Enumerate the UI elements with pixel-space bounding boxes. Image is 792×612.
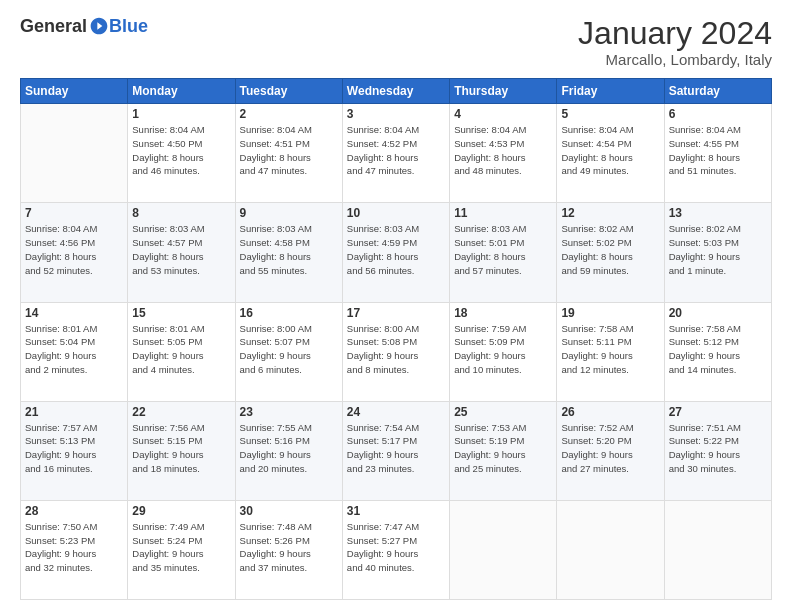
day-number: 29 [132,504,230,518]
day-number: 24 [347,405,445,419]
day-number: 12 [561,206,659,220]
day-info: Sunrise: 7:55 AMSunset: 5:16 PMDaylight:… [240,421,338,476]
day-number: 7 [25,206,123,220]
day-number: 31 [347,504,445,518]
day-info: Sunrise: 8:04 AMSunset: 4:55 PMDaylight:… [669,123,767,178]
day-info: Sunrise: 7:49 AMSunset: 5:24 PMDaylight:… [132,520,230,575]
logo: General Blue [20,16,148,36]
calendar-cell: 25Sunrise: 7:53 AMSunset: 5:19 PMDayligh… [450,401,557,500]
day-number: 30 [240,504,338,518]
day-number: 23 [240,405,338,419]
day-number: 10 [347,206,445,220]
day-number: 28 [25,504,123,518]
day-info: Sunrise: 8:03 AMSunset: 4:59 PMDaylight:… [347,222,445,277]
day-number: 18 [454,306,552,320]
calendar-week-5: 28Sunrise: 7:50 AMSunset: 5:23 PMDayligh… [21,500,772,599]
calendar-cell: 16Sunrise: 8:00 AMSunset: 5:07 PMDayligh… [235,302,342,401]
calendar-cell: 2Sunrise: 8:04 AMSunset: 4:51 PMDaylight… [235,104,342,203]
day-info: Sunrise: 8:02 AMSunset: 5:03 PMDaylight:… [669,222,767,277]
calendar-week-2: 7Sunrise: 8:04 AMSunset: 4:56 PMDaylight… [21,203,772,302]
day-info: Sunrise: 8:04 AMSunset: 4:51 PMDaylight:… [240,123,338,178]
day-info: Sunrise: 8:03 AMSunset: 5:01 PMDaylight:… [454,222,552,277]
day-info: Sunrise: 7:59 AMSunset: 5:09 PMDaylight:… [454,322,552,377]
calendar-cell [557,500,664,599]
calendar-header-tuesday: Tuesday [235,79,342,104]
calendar-cell: 18Sunrise: 7:59 AMSunset: 5:09 PMDayligh… [450,302,557,401]
day-info: Sunrise: 7:53 AMSunset: 5:19 PMDaylight:… [454,421,552,476]
day-number: 26 [561,405,659,419]
day-info: Sunrise: 8:00 AMSunset: 5:08 PMDaylight:… [347,322,445,377]
header: General Blue January 2024 Marcallo, Lomb… [20,16,772,68]
calendar-cell: 12Sunrise: 8:02 AMSunset: 5:02 PMDayligh… [557,203,664,302]
day-info: Sunrise: 8:04 AMSunset: 4:56 PMDaylight:… [25,222,123,277]
calendar-cell: 30Sunrise: 7:48 AMSunset: 5:26 PMDayligh… [235,500,342,599]
calendar-header-saturday: Saturday [664,79,771,104]
day-number: 6 [669,107,767,121]
calendar-cell: 27Sunrise: 7:51 AMSunset: 5:22 PMDayligh… [664,401,771,500]
day-info: Sunrise: 7:51 AMSunset: 5:22 PMDaylight:… [669,421,767,476]
day-number: 8 [132,206,230,220]
day-number: 20 [669,306,767,320]
calendar-header-row: SundayMondayTuesdayWednesdayThursdayFrid… [21,79,772,104]
day-number: 9 [240,206,338,220]
calendar-cell: 20Sunrise: 7:58 AMSunset: 5:12 PMDayligh… [664,302,771,401]
calendar-cell: 15Sunrise: 8:01 AMSunset: 5:05 PMDayligh… [128,302,235,401]
calendar-cell: 21Sunrise: 7:57 AMSunset: 5:13 PMDayligh… [21,401,128,500]
day-number: 21 [25,405,123,419]
calendar-cell: 24Sunrise: 7:54 AMSunset: 5:17 PMDayligh… [342,401,449,500]
day-info: Sunrise: 7:58 AMSunset: 5:12 PMDaylight:… [669,322,767,377]
month-title: January 2024 [578,16,772,51]
day-number: 17 [347,306,445,320]
day-info: Sunrise: 7:48 AMSunset: 5:26 PMDaylight:… [240,520,338,575]
day-info: Sunrise: 8:04 AMSunset: 4:54 PMDaylight:… [561,123,659,178]
day-number: 14 [25,306,123,320]
day-info: Sunrise: 7:57 AMSunset: 5:13 PMDaylight:… [25,421,123,476]
day-info: Sunrise: 8:03 AMSunset: 4:57 PMDaylight:… [132,222,230,277]
day-number: 1 [132,107,230,121]
calendar-week-3: 14Sunrise: 8:01 AMSunset: 5:04 PMDayligh… [21,302,772,401]
calendar-header-thursday: Thursday [450,79,557,104]
calendar-cell: 14Sunrise: 8:01 AMSunset: 5:04 PMDayligh… [21,302,128,401]
calendar-cell: 7Sunrise: 8:04 AMSunset: 4:56 PMDaylight… [21,203,128,302]
calendar-cell: 10Sunrise: 8:03 AMSunset: 4:59 PMDayligh… [342,203,449,302]
calendar-cell: 11Sunrise: 8:03 AMSunset: 5:01 PMDayligh… [450,203,557,302]
calendar-cell: 23Sunrise: 7:55 AMSunset: 5:16 PMDayligh… [235,401,342,500]
calendar-cell: 8Sunrise: 8:03 AMSunset: 4:57 PMDaylight… [128,203,235,302]
calendar-cell: 13Sunrise: 8:02 AMSunset: 5:03 PMDayligh… [664,203,771,302]
calendar-cell: 22Sunrise: 7:56 AMSunset: 5:15 PMDayligh… [128,401,235,500]
day-info: Sunrise: 8:02 AMSunset: 5:02 PMDaylight:… [561,222,659,277]
calendar-cell: 19Sunrise: 7:58 AMSunset: 5:11 PMDayligh… [557,302,664,401]
day-info: Sunrise: 8:04 AMSunset: 4:50 PMDaylight:… [132,123,230,178]
calendar-cell: 3Sunrise: 8:04 AMSunset: 4:52 PMDaylight… [342,104,449,203]
calendar-cell: 5Sunrise: 8:04 AMSunset: 4:54 PMDaylight… [557,104,664,203]
day-info: Sunrise: 8:04 AMSunset: 4:52 PMDaylight:… [347,123,445,178]
day-info: Sunrise: 8:04 AMSunset: 4:53 PMDaylight:… [454,123,552,178]
calendar-week-1: 1Sunrise: 8:04 AMSunset: 4:50 PMDaylight… [21,104,772,203]
day-info: Sunrise: 8:01 AMSunset: 5:05 PMDaylight:… [132,322,230,377]
calendar-header-monday: Monday [128,79,235,104]
day-number: 27 [669,405,767,419]
day-info: Sunrise: 7:47 AMSunset: 5:27 PMDaylight:… [347,520,445,575]
title-block: January 2024 Marcallo, Lombardy, Italy [578,16,772,68]
calendar-cell: 1Sunrise: 8:04 AMSunset: 4:50 PMDaylight… [128,104,235,203]
logo-general-text: General [20,17,87,35]
day-info: Sunrise: 8:01 AMSunset: 5:04 PMDaylight:… [25,322,123,377]
day-number: 16 [240,306,338,320]
calendar-cell: 29Sunrise: 7:49 AMSunset: 5:24 PMDayligh… [128,500,235,599]
day-number: 22 [132,405,230,419]
day-info: Sunrise: 7:54 AMSunset: 5:17 PMDaylight:… [347,421,445,476]
calendar-cell [450,500,557,599]
logo-icon [89,16,109,36]
day-info: Sunrise: 8:00 AMSunset: 5:07 PMDaylight:… [240,322,338,377]
calendar-cell: 28Sunrise: 7:50 AMSunset: 5:23 PMDayligh… [21,500,128,599]
day-number: 13 [669,206,767,220]
day-number: 19 [561,306,659,320]
day-info: Sunrise: 7:50 AMSunset: 5:23 PMDaylight:… [25,520,123,575]
day-number: 15 [132,306,230,320]
calendar-cell: 31Sunrise: 7:47 AMSunset: 5:27 PMDayligh… [342,500,449,599]
calendar-cell: 17Sunrise: 8:00 AMSunset: 5:08 PMDayligh… [342,302,449,401]
day-number: 3 [347,107,445,121]
calendar-cell: 4Sunrise: 8:04 AMSunset: 4:53 PMDaylight… [450,104,557,203]
calendar-cell: 26Sunrise: 7:52 AMSunset: 5:20 PMDayligh… [557,401,664,500]
day-number: 25 [454,405,552,419]
